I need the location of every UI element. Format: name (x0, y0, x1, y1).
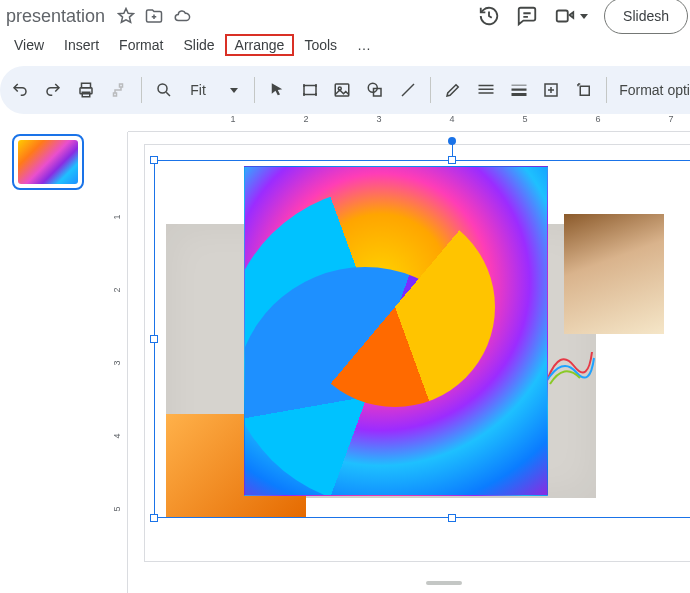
ruler-tick: 7 (668, 114, 673, 124)
slide-thumbnail[interactable] (12, 134, 84, 190)
svg-rect-13 (478, 92, 493, 94)
menu-arrange[interactable]: Arrange (225, 34, 295, 56)
select-tool-icon[interactable] (267, 79, 288, 101)
paint-format-icon[interactable] (108, 79, 129, 101)
filmstrip (0, 114, 84, 593)
svg-rect-7 (336, 84, 350, 96)
svg-rect-0 (557, 11, 568, 22)
horizontal-ruler: 1 2 3 4 5 6 7 (128, 114, 690, 132)
document-title[interactable]: presentation (6, 6, 105, 27)
workspace: 1 2 3 4 5 6 7 1 2 3 4 5 (0, 114, 690, 593)
zoom-label: Fit (190, 82, 206, 98)
textbox-icon[interactable] (299, 79, 320, 101)
separator (141, 77, 142, 103)
menu-format[interactable]: Format (109, 34, 173, 56)
separator (430, 77, 431, 103)
notes-resize-grip[interactable] (426, 581, 462, 585)
vertical-ruler: 1 2 3 4 5 (110, 132, 128, 593)
svg-rect-6 (304, 86, 316, 95)
print-icon[interactable] (75, 79, 96, 101)
slideshow-button[interactable]: Slidesh (604, 0, 688, 34)
svg-rect-16 (511, 93, 526, 96)
move-folder-icon[interactable] (145, 7, 163, 25)
star-icon[interactable] (117, 7, 135, 25)
border-weight-icon[interactable] (508, 79, 529, 101)
svg-rect-18 (580, 86, 589, 95)
comment-icon[interactable] (516, 5, 538, 27)
cloud-status-icon[interactable] (173, 7, 191, 25)
thumbnail-preview (18, 140, 78, 184)
toolbar: Fit Format opti (0, 66, 690, 114)
rotate-handle[interactable] (448, 137, 456, 145)
menu-slide[interactable]: Slide (173, 34, 224, 56)
shape-icon[interactable] (365, 79, 386, 101)
zoom-dropdown[interactable]: Fit (186, 82, 242, 98)
slideshow-label: Slidesh (623, 8, 669, 24)
motion-icon[interactable] (574, 79, 595, 101)
zoom-icon[interactable] (154, 79, 175, 101)
ruler-tick: 5 (112, 494, 122, 524)
menu-overflow[interactable]: … (347, 34, 381, 56)
menu-view[interactable]: View (4, 34, 54, 56)
ruler-tick: 4 (449, 114, 454, 124)
separator (606, 77, 607, 103)
selection-box[interactable] (154, 160, 690, 518)
ruler-tick: 5 (522, 114, 527, 124)
ruler-tick: 1 (230, 114, 235, 124)
menu-bar: View Insert Format Slide Arrange Tools … (0, 32, 690, 58)
redo-icon[interactable] (43, 79, 64, 101)
canvas-area[interactable]: 1 2 3 4 5 6 7 1 2 3 4 5 (84, 114, 690, 593)
svg-rect-14 (511, 85, 526, 86)
svg-rect-4 (114, 93, 117, 96)
svg-rect-11 (478, 85, 493, 87)
menu-insert[interactable]: Insert (54, 34, 109, 56)
image-icon[interactable] (332, 79, 353, 101)
ruler-tick: 2 (112, 275, 122, 305)
meet-icon[interactable] (554, 5, 588, 27)
resize-handle-ml[interactable] (150, 335, 158, 343)
format-options-button[interactable]: Format opti (619, 82, 690, 98)
ruler-tick: 1 (112, 202, 122, 232)
chevron-down-icon (230, 88, 238, 93)
separator (254, 77, 255, 103)
ruler-tick: 4 (112, 421, 122, 451)
svg-rect-15 (511, 89, 526, 91)
svg-point-5 (158, 84, 167, 93)
ruler-tick: 2 (303, 114, 308, 124)
ruler-tick: 3 (376, 114, 381, 124)
border-color-icon[interactable] (476, 79, 497, 101)
ruler-tick: 3 (112, 348, 122, 378)
edit-icon[interactable] (443, 79, 464, 101)
resize-handle-tm[interactable] (448, 156, 456, 164)
svg-rect-12 (478, 89, 493, 91)
resize-handle-bm[interactable] (448, 514, 456, 522)
resize-handle-bl[interactable] (150, 514, 158, 522)
history-icon[interactable] (478, 5, 500, 27)
title-bar: presentation Slidesh (0, 0, 690, 32)
undo-icon[interactable] (10, 79, 31, 101)
line-icon[interactable] (397, 79, 418, 101)
resize-handle-tl[interactable] (150, 156, 158, 164)
menu-tools[interactable]: Tools (294, 34, 347, 56)
ruler-tick: 6 (595, 114, 600, 124)
border-dash-icon[interactable] (541, 79, 562, 101)
